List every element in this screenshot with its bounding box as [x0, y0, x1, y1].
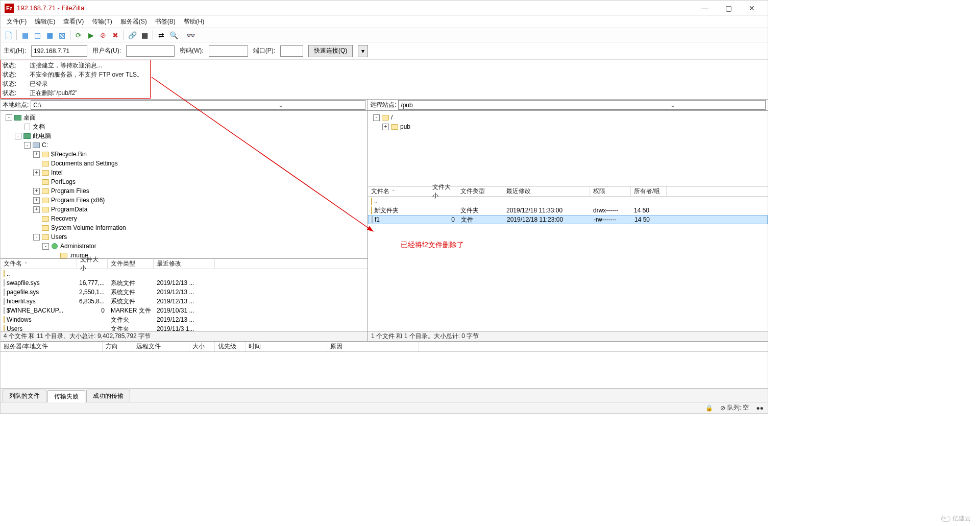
- layout1-icon[interactable]: ▤: [19, 30, 31, 41]
- cancel-icon[interactable]: ⊘: [97, 30, 109, 41]
- menu-file[interactable]: 文件(F): [3, 16, 31, 27]
- process-queue-icon[interactable]: ▶: [85, 30, 96, 41]
- menu-edit[interactable]: 编辑(E): [31, 16, 59, 27]
- local-path-input[interactable]: C:\⌄: [31, 100, 365, 110]
- expand-icon[interactable]: -: [24, 142, 31, 149]
- file-row[interactable]: $WINRE_BACKUP...0MARKER 文件2019/10/31 ...: [1, 306, 368, 315]
- expand-icon[interactable]: [33, 160, 40, 167]
- layout2-icon[interactable]: ▥: [32, 30, 43, 41]
- expand-icon[interactable]: -: [15, 133, 21, 139]
- tree-item[interactable]: Documents and Settings: [2, 159, 366, 168]
- column-header[interactable]: 原因: [327, 342, 419, 351]
- tree-item[interactable]: .mume: [2, 251, 366, 259]
- menu-transfer[interactable]: 传输(T): [88, 16, 116, 27]
- column-header[interactable]: 文件大小: [429, 186, 457, 196]
- file-row[interactable]: swapfile.sys16,777,...系统文件2019/12/13 ...: [1, 278, 368, 288]
- minimize-button[interactable]: —: [693, 1, 717, 15]
- file-row[interactable]: ..: [368, 197, 768, 206]
- file-row[interactable]: Windows文件夹2019/12/13 ...: [1, 315, 368, 324]
- tab-queued[interactable]: 列队的文件: [3, 390, 46, 402]
- column-header[interactable]: 大小: [189, 342, 215, 351]
- tab-success[interactable]: 成功的传输: [86, 390, 130, 402]
- expand-icon[interactable]: [33, 179, 40, 185]
- column-header[interactable]: 文件名⌃: [368, 186, 429, 196]
- expand-icon[interactable]: -: [42, 243, 49, 250]
- menu-view[interactable]: 查看(V): [59, 16, 88, 27]
- expand-icon[interactable]: +: [33, 151, 40, 158]
- menu-help[interactable]: 帮助(H): [180, 16, 209, 27]
- remote-tree[interactable]: -/+pub: [368, 111, 768, 186]
- close-button[interactable]: ✕: [740, 1, 764, 15]
- site-manager-icon[interactable]: 📄: [3, 30, 14, 41]
- quickconnect-dropdown[interactable]: ▾: [358, 45, 368, 57]
- binoculars-icon[interactable]: 👓: [185, 30, 196, 41]
- column-header[interactable]: 文件类型: [108, 259, 154, 269]
- maximize-button[interactable]: ▢: [717, 1, 740, 15]
- file-row[interactable]: f10文件2019/12/18 11:23:00-rw-------14 50: [368, 215, 768, 224]
- column-header[interactable]: 服务器/本地文件: [1, 342, 103, 351]
- username-input[interactable]: [126, 45, 175, 57]
- expand-icon[interactable]: [52, 252, 58, 259]
- tree-item[interactable]: -Administrator: [2, 242, 366, 251]
- column-header[interactable]: 方向: [103, 342, 133, 351]
- expand-icon[interactable]: -: [373, 114, 380, 121]
- search-icon[interactable]: 🔍: [168, 30, 179, 41]
- refresh-icon[interactable]: ⟳: [73, 30, 84, 41]
- file-row[interactable]: 新文件夹文件夹2019/12/18 11:33:00drwx------14 5…: [368, 206, 768, 215]
- tree-item[interactable]: -桌面: [2, 113, 366, 122]
- tree-item[interactable]: -此电脑: [2, 131, 366, 140]
- tree-item[interactable]: +$Recycle.Bin: [2, 150, 366, 159]
- lock-icon[interactable]: 🔒: [705, 404, 713, 412]
- log-pane[interactable]: 状态: 连接建立，等待欢迎消息... 状态: 不安全的服务器，不支持 FTP o…: [1, 60, 768, 100]
- tree-item[interactable]: +Program Files: [2, 186, 366, 196]
- remote-path-input[interactable]: /pub⌄: [398, 100, 766, 110]
- password-input[interactable]: [209, 45, 248, 57]
- expand-icon[interactable]: [15, 124, 21, 130]
- tree-item[interactable]: +ProgramData: [2, 205, 366, 214]
- column-header[interactable]: 文件名⌃: [1, 259, 77, 269]
- local-tree[interactable]: -桌面文档-此电脑-C:+$Recycle.BinDocuments and S…: [1, 111, 368, 259]
- expand-icon[interactable]: [33, 225, 40, 231]
- tree-item[interactable]: 文档: [2, 122, 366, 131]
- reconnect-icon[interactable]: 🔗: [127, 30, 138, 41]
- tree-item[interactable]: -/: [369, 113, 767, 122]
- tree-item[interactable]: -C:: [2, 140, 366, 150]
- column-header[interactable]: 时间: [246, 342, 327, 351]
- disconnect-icon[interactable]: ✖: [110, 30, 121, 41]
- column-header[interactable]: 文件大小: [77, 259, 108, 269]
- tree-item[interactable]: Recovery: [2, 214, 366, 223]
- expand-icon[interactable]: -: [6, 114, 12, 121]
- file-row[interactable]: hiberfil.sys6,835,8...系统文件2019/12/13 ...: [1, 297, 368, 306]
- tree-item[interactable]: +Program Files (x86): [2, 196, 366, 205]
- column-header[interactable]: 文件类型: [457, 186, 503, 196]
- expand-icon[interactable]: +: [33, 170, 40, 176]
- tree-item[interactable]: +pub: [369, 122, 767, 131]
- host-input[interactable]: [31, 45, 87, 57]
- file-row[interactable]: pagefile.sys2,550,1...系统文件2019/12/13 ...: [1, 288, 368, 297]
- column-header[interactable]: 最近修改: [154, 259, 215, 269]
- filter-icon[interactable]: ▤: [139, 30, 150, 41]
- layout4-icon[interactable]: ▧: [56, 30, 67, 41]
- quickconnect-button[interactable]: 快速连接(Q): [308, 45, 353, 57]
- column-header[interactable]: 所有者/组: [631, 186, 667, 196]
- column-header[interactable]: 最近修改: [503, 186, 590, 196]
- tree-item[interactable]: -Users: [2, 232, 366, 242]
- expand-icon[interactable]: [33, 216, 40, 222]
- compare-icon[interactable]: ⇄: [156, 30, 167, 41]
- menu-bookmarks[interactable]: 书签(B): [151, 16, 180, 27]
- file-row[interactable]: ..: [1, 269, 368, 278]
- expand-icon[interactable]: +: [382, 124, 389, 130]
- expand-icon[interactable]: -: [33, 234, 40, 241]
- expand-icon[interactable]: +: [33, 188, 40, 195]
- layout3-icon[interactable]: ▦: [44, 30, 55, 41]
- expand-icon[interactable]: +: [33, 197, 40, 204]
- column-header[interactable]: 远程文件: [133, 342, 189, 351]
- expand-icon[interactable]: +: [33, 206, 40, 213]
- tree-item[interactable]: PerfLogs: [2, 177, 366, 186]
- remote-filelist[interactable]: 文件名⌃文件大小文件类型最近修改权限所有者/组 ..新文件夹文件夹2019/12…: [368, 186, 768, 331]
- tab-failed[interactable]: 传输失败: [47, 390, 85, 402]
- file-row[interactable]: Users文件夹2019/11/3 1...: [1, 324, 368, 331]
- column-header[interactable]: 权限: [590, 186, 631, 196]
- tree-item[interactable]: System Volume Information: [2, 223, 366, 232]
- transfer-queue[interactable]: 服务器/本地文件方向远程文件大小优先级时间原因: [1, 342, 768, 389]
